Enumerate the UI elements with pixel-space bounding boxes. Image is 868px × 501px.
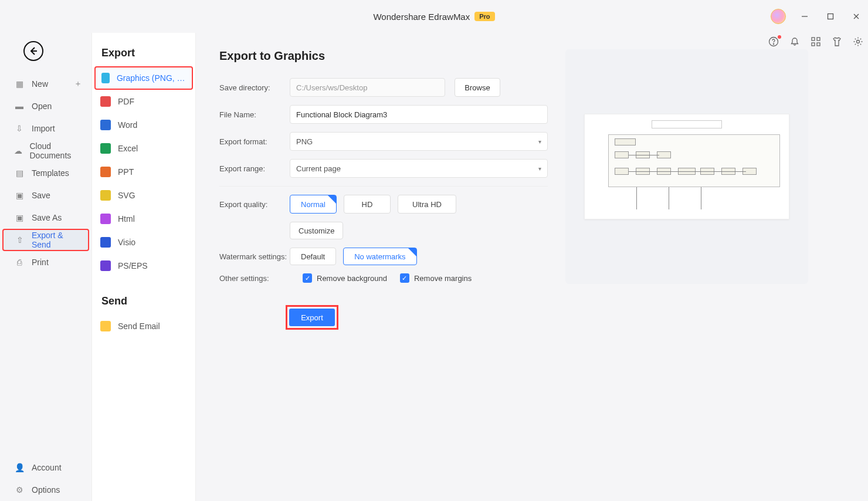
nav-cloud[interactable]: ☁Cloud Documents [0,140,91,162]
nav-print[interactable]: ⎙Print [0,251,91,273]
nav-account[interactable]: 👤Account [0,456,91,479]
plus-icon[interactable]: ＋ [74,79,82,89]
user-avatar[interactable] [771,9,786,24]
svg-rect-6 [812,38,815,40]
format-label: Export format: [219,137,290,146]
svg-rect-1 [828,14,833,19]
nav-export-send[interactable]: ⇧Export & Send [2,229,89,251]
page-title: Export to Graphics [219,49,548,63]
folder-icon: ▬ [14,101,25,111]
svg-rect-7 [817,38,820,40]
save-as-icon: ▣ [14,212,25,223]
templates-icon: ▤ [14,168,25,178]
quality-label: Export quality: [219,200,290,209]
remove-margins-checkbox[interactable]: ✓Remove margins [400,273,472,283]
excel-icon [100,143,111,154]
shirt-icon[interactable] [832,36,842,47]
svg-icon [100,190,111,201]
pro-badge: Pro [474,12,494,21]
remove-bg-checkbox[interactable]: ✓Remove background [303,273,387,283]
format-word[interactable]: Word [92,113,195,137]
close-button[interactable] [849,9,863,23]
export-highlight: Export [286,305,338,330]
quality-ultra-hd[interactable]: Ultra HD [398,195,456,214]
format-svg[interactable]: SVG [92,184,195,207]
print-icon: ⎙ [14,257,25,268]
export-settings-panel: Export to Graphics Save directory: Brows… [196,33,868,501]
cloud-icon: ☁ [14,145,22,156]
minimize-button[interactable] [798,9,812,23]
save-icon: ▣ [14,190,25,201]
format-visio[interactable]: Visio [92,231,195,254]
graphics-icon [101,73,110,83]
email-icon [100,321,111,331]
send-heading: Send [92,295,195,314]
other-settings-label: Other settings: [219,274,290,283]
back-button[interactable] [23,41,43,61]
quality-normal[interactable]: Normal [290,195,337,214]
apps-icon[interactable] [811,36,821,47]
nav-options[interactable]: ⚙Options [0,479,91,501]
export-icon: ⇧ [15,235,25,245]
check-icon [328,195,336,204]
left-sidebar: ▦New＋ ▬Open ⇩Import ☁Cloud Documents ▤Te… [0,33,92,501]
svg-point-10 [857,40,860,43]
save-dir-input[interactable] [290,78,445,97]
help-icon[interactable] [768,36,779,47]
nav-templates[interactable]: ▤Templates [0,162,91,184]
pdf-icon [100,96,111,107]
format-ppt[interactable]: PPT [92,160,195,184]
format-select[interactable]: PNG▾ [290,132,548,151]
nav-open[interactable]: ▬Open [0,95,91,117]
browse-button[interactable]: Browse [455,78,500,97]
nav-save-as[interactable]: ▣Save As [0,207,91,229]
maximize-button[interactable] [823,9,838,23]
word-icon [100,120,111,130]
html-icon [100,214,111,224]
export-heading: Export [92,47,195,66]
svg-rect-8 [812,43,815,46]
file-name-label: File Name: [219,110,290,119]
format-excel[interactable]: Excel [92,137,195,160]
check-icon [408,248,416,256]
svg-rect-9 [817,43,820,46]
plus-square-icon: ▦ [14,79,25,89]
gear-icon: ⚙ [14,485,25,495]
watermark-none[interactable]: No watermarks [343,248,416,265]
checkbox-checked-icon: ✓ [303,273,312,283]
import-icon: ⇩ [14,123,25,134]
nav-new[interactable]: ▦New＋ [0,73,91,95]
ps-icon [100,260,111,271]
file-name-input[interactable] [290,105,548,124]
send-email[interactable]: Send Email [92,314,195,338]
save-dir-label: Save directory: [219,83,290,92]
range-select[interactable]: Current page▾ [290,159,548,178]
range-label: Export range: [219,164,290,173]
ppt-icon [100,167,111,177]
chevron-down-icon: ▾ [538,165,541,172]
watermark-default[interactable]: Default [290,248,336,265]
quality-hd[interactable]: HD [344,195,391,214]
visio-icon [100,237,111,248]
watermark-label: Watermark settings: [219,252,290,261]
checkbox-checked-icon: ✓ [400,273,409,283]
diagram-thumbnail [584,114,789,219]
header-toolbar [768,36,863,47]
format-ps-eps[interactable]: PS/EPS [92,254,195,277]
nav-save[interactable]: ▣Save [0,184,91,207]
svg-point-5 [773,43,774,44]
format-html[interactable]: Html [92,207,195,231]
preview-area [565,49,848,501]
export-format-panel: Export Graphics (PNG, JPG e... PDF Word … [92,33,196,501]
format-graphics[interactable]: Graphics (PNG, JPG e... [94,66,193,90]
nav-import[interactable]: ⇩Import [0,117,91,140]
titlebar: Wondershare EdrawMax Pro [0,0,868,33]
chevron-down-icon: ▾ [538,138,541,145]
gear-icon[interactable] [853,36,863,47]
customize-button[interactable]: Customize [290,222,343,239]
bell-icon[interactable] [789,36,800,47]
account-icon: 👤 [14,462,25,473]
export-button[interactable]: Export [289,309,335,326]
format-pdf[interactable]: PDF [92,90,195,113]
app-title: Wondershare EdrawMax [373,12,470,22]
